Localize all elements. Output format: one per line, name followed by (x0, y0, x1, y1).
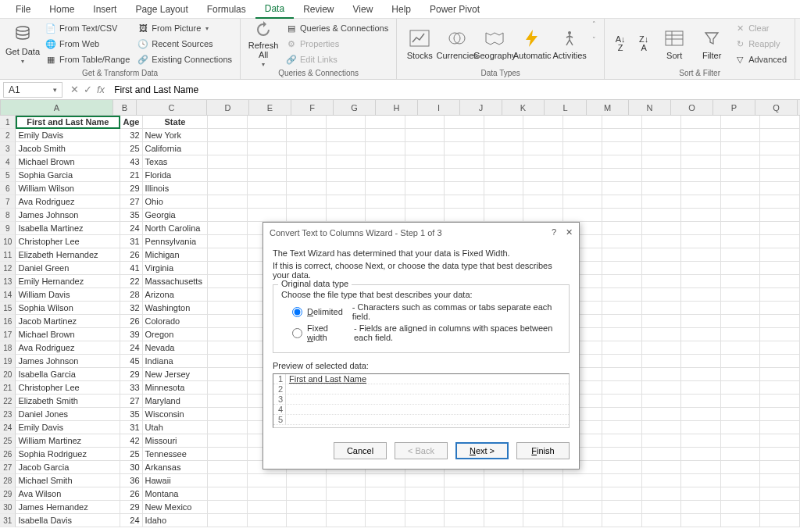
cell-O1[interactable] (642, 116, 682, 129)
cell-J29[interactable] (445, 487, 484, 501)
cell-B20[interactable]: 29 (120, 368, 142, 381)
cell-A19[interactable]: James Johnson (16, 355, 120, 368)
cell-E3[interactable] (248, 142, 288, 155)
cell-R23[interactable] (760, 408, 800, 421)
cell-P30[interactable] (681, 501, 721, 514)
cell-N8[interactable] (602, 209, 642, 222)
cell-O25[interactable] (642, 434, 682, 448)
cell-I30[interactable] (405, 501, 445, 514)
cell-Q18[interactable] (721, 341, 761, 355)
cell-O10[interactable] (642, 235, 682, 248)
cell-N17[interactable] (602, 328, 642, 341)
cell-D23[interactable] (208, 408, 248, 421)
cell-Q5[interactable] (721, 169, 761, 182)
cell-B9[interactable]: 24 (120, 222, 142, 235)
row-header-19[interactable]: 19 (0, 355, 16, 368)
tab-home[interactable]: Home (40, 1, 84, 18)
cell-Q19[interactable] (721, 355, 761, 368)
cell-C29[interactable]: Montana (143, 487, 209, 501)
cell-A1[interactable]: First and Last Name (16, 116, 120, 129)
cell-G6[interactable] (327, 182, 366, 195)
cell-E4[interactable] (248, 155, 288, 169)
cell-P27[interactable] (681, 461, 721, 474)
cell-K8[interactable] (484, 209, 524, 222)
refresh-all-button[interactable]: Refresh All ▾ (245, 20, 281, 67)
column-header-O[interactable]: O (671, 100, 713, 115)
cell-K5[interactable] (484, 169, 524, 182)
cell-A9[interactable]: Isabella Martinez (16, 222, 120, 235)
cell-L7[interactable] (523, 195, 563, 209)
cell-J30[interactable] (445, 501, 484, 514)
cell-B23[interactable]: 35 (120, 408, 142, 421)
cell-B10[interactable]: 31 (120, 235, 142, 248)
cell-B5[interactable]: 21 (120, 169, 142, 182)
cell-A15[interactable]: Sophia Wilson (16, 302, 120, 315)
cell-C3[interactable]: California (143, 142, 209, 155)
cell-C13[interactable]: Massachusetts (143, 275, 209, 288)
row-header-27[interactable]: 27 (0, 461, 16, 474)
cell-K6[interactable] (484, 182, 524, 195)
cell-P24[interactable] (681, 421, 721, 434)
row-header-14[interactable]: 14 (0, 288, 16, 302)
cell-B11[interactable]: 26 (120, 248, 142, 262)
cell-F5[interactable] (287, 169, 327, 182)
cell-P13[interactable] (681, 275, 721, 288)
cell-P4[interactable] (681, 155, 721, 169)
cell-P1[interactable] (681, 116, 721, 129)
cell-R4[interactable] (760, 155, 800, 169)
cell-R22[interactable] (760, 395, 800, 408)
cell-B31[interactable]: 24 (120, 514, 142, 527)
cell-O20[interactable] (642, 368, 682, 381)
cell-K4[interactable] (484, 155, 524, 169)
row-header-10[interactable]: 10 (0, 235, 16, 248)
tab-page-layout[interactable]: Page Layout (126, 1, 197, 18)
delimited-radio[interactable] (292, 307, 302, 317)
cell-H6[interactable] (366, 182, 405, 195)
row-header-13[interactable]: 13 (0, 275, 16, 288)
cell-D3[interactable] (208, 142, 248, 155)
cell-B21[interactable]: 33 (120, 381, 142, 395)
cell-J8[interactable] (445, 209, 484, 222)
cell-R2[interactable] (760, 129, 800, 142)
cell-C18[interactable]: Nevada (143, 341, 209, 355)
cell-D2[interactable] (208, 129, 248, 142)
column-header-N[interactable]: N (629, 100, 671, 115)
cell-D9[interactable] (208, 222, 248, 235)
cell-Q25[interactable] (721, 434, 761, 448)
cell-C10[interactable]: Pennsylvania (143, 235, 209, 248)
cell-N25[interactable] (602, 434, 642, 448)
cell-I6[interactable] (405, 182, 445, 195)
cell-Q1[interactable] (721, 116, 761, 129)
currencies-button[interactable]: Currencies (439, 20, 475, 67)
cell-H7[interactable] (366, 195, 405, 209)
cell-G3[interactable] (327, 142, 366, 155)
cell-C16[interactable]: Colorado (143, 315, 209, 328)
cell-F30[interactable] (287, 501, 327, 514)
stocks-button[interactable]: Stocks (402, 20, 438, 67)
sort-button[interactable]: Sort (656, 20, 692, 67)
column-header-I[interactable]: I (418, 100, 460, 115)
row-header-29[interactable]: 29 (0, 487, 16, 501)
column-header-P[interactable]: P (713, 100, 755, 115)
cell-F6[interactable] (287, 182, 327, 195)
cell-A3[interactable]: Jacob Smith (16, 142, 120, 155)
cell-R31[interactable] (760, 514, 800, 527)
cell-G31[interactable] (327, 514, 366, 527)
cell-D1[interactable] (208, 116, 248, 129)
cell-N2[interactable] (602, 129, 642, 142)
cell-K30[interactable] (484, 501, 524, 514)
cell-Q13[interactable] (721, 275, 761, 288)
from-picture-button[interactable]: 🖼From Picture▾ (134, 20, 235, 36)
cell-Q31[interactable] (721, 514, 761, 527)
row-header-31[interactable]: 31 (0, 514, 16, 527)
row-header-4[interactable]: 4 (0, 155, 16, 169)
filter-button[interactable]: Filter (694, 20, 730, 67)
cell-N4[interactable] (602, 155, 642, 169)
cell-B14[interactable]: 28 (120, 288, 142, 302)
cell-O8[interactable] (642, 209, 682, 222)
cell-E7[interactable] (248, 195, 288, 209)
clear-button[interactable]: ✕Clear (731, 20, 790, 36)
cell-C17[interactable]: Oregon (143, 328, 209, 341)
cell-P21[interactable] (681, 381, 721, 395)
cell-C25[interactable]: Missouri (143, 434, 209, 448)
